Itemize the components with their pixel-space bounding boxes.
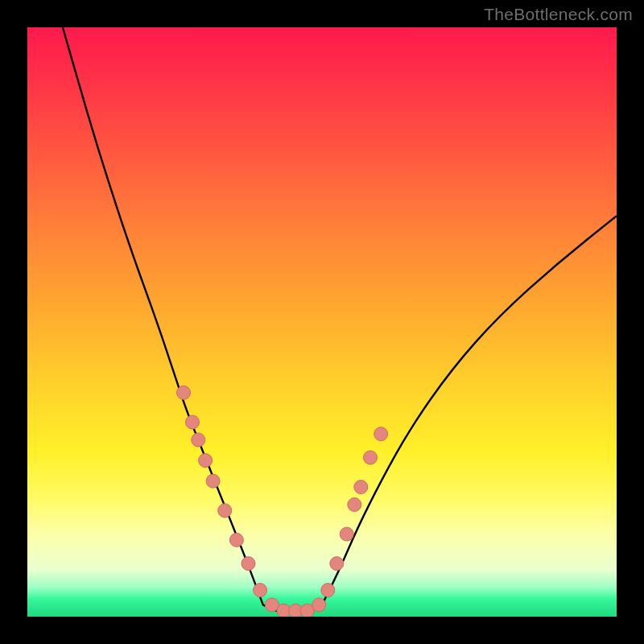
curve-path-group <box>63 27 617 613</box>
curve-marker <box>340 527 353 541</box>
curve-marker <box>254 584 267 597</box>
bottleneck-curve <box>27 27 617 617</box>
curve-marker <box>218 504 232 518</box>
curve-marker <box>229 533 243 547</box>
outer-frame: TheBottleneck.com <box>0 0 644 644</box>
curve-markers <box>177 386 388 617</box>
curve-marker <box>321 584 335 597</box>
curve-marker <box>364 451 378 464</box>
curve-marker <box>348 497 361 511</box>
curve-marker <box>330 557 344 571</box>
curve-marker <box>312 598 326 612</box>
curve-marker <box>206 474 220 488</box>
plot-area <box>27 27 617 617</box>
curve-marker <box>374 427 388 441</box>
curve-marker <box>354 481 368 494</box>
curve-marker <box>177 386 191 399</box>
curve-marker <box>199 454 213 468</box>
curve-marker <box>242 557 255 571</box>
watermark-text: TheBottleneck.com <box>484 5 633 24</box>
v-curve-path <box>63 27 617 613</box>
curve-marker <box>186 415 200 429</box>
curve-marker <box>192 433 205 447</box>
